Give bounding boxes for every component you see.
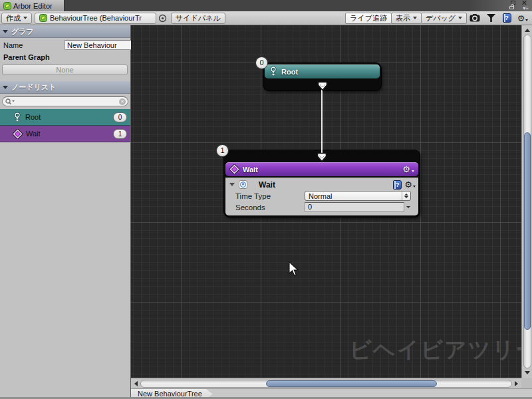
- node-id-badge: 1: [113, 129, 127, 139]
- help-book-icon: ?: [503, 13, 511, 23]
- nodelist-section-header[interactable]: ノードリスト: [0, 81, 130, 94]
- view-label: 表示: [396, 13, 410, 23]
- wait-node-header[interactable]: Wait ⚙: [225, 162, 418, 176]
- help-book-icon[interactable]: ?: [393, 180, 402, 190]
- csharp-glyph: #: [240, 182, 246, 188]
- wait-node-inspector: # Wait ? ⚙ Time Type Normal Seconds: [225, 178, 418, 215]
- nodelist-section-title: ノードリスト: [11, 82, 56, 92]
- create-button[interactable]: 作成: [1, 13, 32, 24]
- record-dot-icon[interactable]: [158, 14, 167, 23]
- watermark-text: ビヘイビアツリー: [349, 335, 521, 365]
- window-title: Arbor Editor: [13, 2, 53, 10]
- close-icon[interactable]: ✕: [521, 0, 527, 5]
- chevron-down-icon: [413, 17, 417, 19]
- horizontal-scroll-track[interactable]: [140, 380, 512, 388]
- search-clear-icon[interactable]: ×: [119, 98, 126, 105]
- graph-section-title: グラフ: [11, 27, 34, 37]
- chevron-down-icon: [412, 170, 414, 172]
- arbor-logo-icon: [3, 2, 11, 10]
- debug-dropdown-button[interactable]: デバッグ: [421, 13, 467, 24]
- behaviour-title: Wait: [259, 180, 275, 190]
- create-button-label: 作成: [6, 13, 21, 23]
- arbor-logo-icon: [39, 14, 47, 22]
- filter-button[interactable]: [483, 13, 499, 24]
- nodelist-item-label: Wait: [26, 130, 41, 138]
- live-trace-label: ライブ追跡: [350, 13, 387, 23]
- gear-icon: ⚙: [517, 14, 525, 23]
- parent-graph-none-button[interactable]: None: [2, 65, 128, 75]
- foldout-arrow-icon[interactable]: [229, 183, 235, 186]
- nodelist-item-root[interactable]: Root 0: [0, 109, 130, 126]
- root-node-title: Root: [281, 68, 298, 76]
- time-type-value: Normal: [305, 192, 335, 200]
- chevron-down-icon: [458, 17, 462, 19]
- view-dropdown-button[interactable]: 表示: [391, 13, 422, 24]
- root-node[interactable]: Root: [263, 63, 381, 90]
- graph-tab-behaviourtree[interactable]: BehaviourTree (BehaviourTr: [35, 13, 156, 24]
- scroll-down-button[interactable]: [523, 368, 531, 376]
- side-panel: グラフ Name Parent Graph None ノードリスト × Root…: [0, 25, 131, 397]
- node-search-input[interactable]: [2, 96, 128, 106]
- action-diamond-icon: [13, 129, 23, 139]
- live-trace-button[interactable]: ライブ追跡: [345, 13, 392, 24]
- output-connector-icon[interactable]: [317, 81, 328, 91]
- vertical-scroll-thumb[interactable]: [524, 132, 531, 330]
- vertical-scrollbar[interactable]: [521, 25, 532, 378]
- window-tab-arbor-editor[interactable]: Arbor Editor: [0, 0, 65, 11]
- input-connector-icon[interactable]: [317, 152, 327, 162]
- foldout-arrow-icon: [3, 30, 8, 33]
- lock-icon[interactable]: [509, 6, 514, 9]
- mouse-cursor: [289, 261, 299, 277]
- nodelist-item-label: Root: [25, 113, 41, 121]
- seconds-dropdown-button[interactable]: [404, 202, 412, 212]
- parent-graph-value: None: [56, 66, 73, 74]
- action-diamond-icon: [229, 164, 239, 174]
- scrollbar-corner: [521, 378, 532, 388]
- seconds-field[interactable]: 0: [305, 202, 404, 212]
- help-glyph: ?: [396, 182, 400, 188]
- chevron-down-icon: [413, 186, 416, 188]
- seconds-label: Seconds: [228, 203, 305, 211]
- vertical-scroll-track[interactable]: [523, 35, 531, 368]
- parent-graph-label: Parent Graph: [0, 51, 130, 63]
- nodelist-item-wait[interactable]: Wait 1: [0, 126, 130, 142]
- foldout-arrow-icon: [3, 86, 8, 89]
- scroll-right-button[interactable]: [512, 380, 520, 388]
- scroll-left-button[interactable]: [132, 380, 140, 388]
- root-node-badge: 0: [255, 57, 268, 69]
- time-type-dropdown[interactable]: Normal: [305, 191, 411, 201]
- root-node-header[interactable]: Root: [265, 65, 380, 78]
- node-id-badge: 0: [113, 112, 127, 122]
- chevron-down-icon: [525, 19, 528, 21]
- graph-canvas[interactable]: ビヘイビアツリー 0 Root 1: [131, 25, 521, 378]
- scroll-up-button[interactable]: [523, 26, 531, 34]
- script-icon: #: [239, 180, 247, 189]
- chevron-down-icon: [23, 17, 27, 19]
- wait-node[interactable]: Wait ⚙ # Wait ? ⚙ Time Type Normal: [224, 150, 420, 217]
- settings-button[interactable]: ⚙: [515, 13, 531, 24]
- toolbar: 作成 BehaviourTree (BehaviourTr サイドパネル ライブ…: [0, 11, 532, 25]
- time-type-label: Time Type: [228, 192, 305, 200]
- side-panel-label: サイドパネル: [176, 13, 221, 23]
- wait-node-badge: 1: [216, 144, 229, 157]
- horizontal-scrollbar[interactable]: [131, 378, 521, 388]
- funnel-filter-icon: [487, 14, 495, 22]
- camera-icon: [469, 14, 480, 22]
- root-node-icon: [13, 112, 22, 122]
- capture-button[interactable]: [467, 13, 483, 24]
- help-button[interactable]: ?: [499, 13, 515, 24]
- gear-icon[interactable]: ⚙: [404, 180, 412, 189]
- graph-section-header[interactable]: グラフ: [0, 25, 130, 38]
- search-icon: [5, 98, 15, 105]
- node-connection-line: [321, 89, 323, 153]
- window-menu-icon[interactable]: ▾≡: [523, 6, 529, 11]
- root-node-icon: [269, 66, 278, 76]
- gear-icon[interactable]: ⚙: [402, 165, 410, 174]
- dropdown-arrows-icon: [402, 192, 410, 200]
- graph-tab-label: BehaviourTree (BehaviourTr: [50, 14, 142, 22]
- wait-node-title: Wait: [243, 166, 258, 174]
- window-titlebar: Arbor Editor ✕ ▾≡: [0, 0, 532, 11]
- name-label: Name: [3, 41, 65, 49]
- side-panel-toggle[interactable]: サイドパネル: [171, 13, 225, 24]
- horizontal-scroll-thumb[interactable]: [266, 380, 437, 387]
